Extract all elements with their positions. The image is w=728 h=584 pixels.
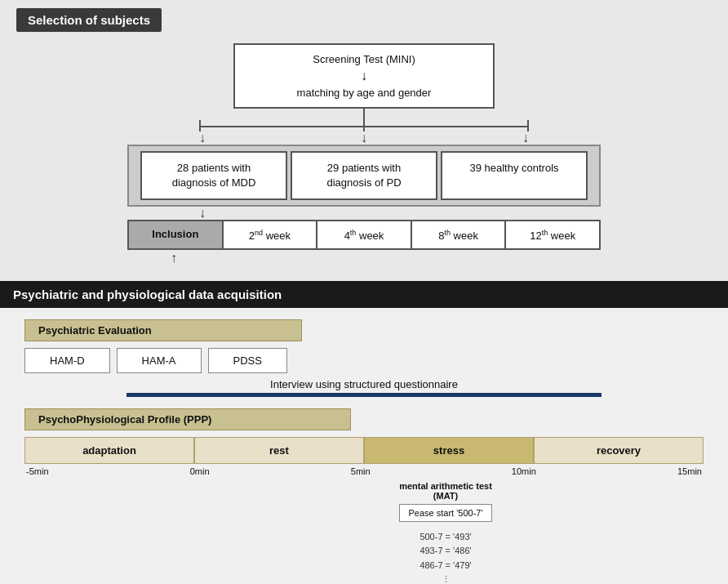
8th-week-label: 8th week	[438, 230, 478, 242]
screening-arrow: ↓	[251, 69, 477, 83]
ppp-label: PsychoPhysiological Profile (PPP)	[24, 408, 351, 430]
timeline-inclusion: Inclusion	[129, 221, 224, 247]
timeline-8th: 8th week	[412, 221, 507, 247]
center-vert	[363, 120, 365, 132]
psychiatric-label: Psychiatric Evaluation	[24, 319, 302, 341]
phase-rest: rest	[194, 437, 364, 464]
mat-area: mental arithmetic test(MAT) Pease start …	[24, 481, 704, 584]
center-vert-line	[363, 109, 365, 120]
time-labels: -5min 0min 5min 10min 15min	[24, 466, 704, 476]
up-arrow: ↑	[171, 252, 177, 265]
mat-calc3: 486-7 = '479'	[364, 559, 527, 573]
ppp-section: PsychoPhysiological Profile (PPP) adapta…	[24, 408, 704, 584]
bottom-section: Psychiatric and physiological data acqui…	[0, 281, 728, 584]
eval-pdss: PDSS	[208, 348, 287, 373]
12th-week-label: 12th week	[530, 230, 575, 242]
top-section: Selection of subjects Screening Test (MI…	[0, 0, 728, 281]
time-minus5: -5min	[26, 466, 49, 476]
patients-row: 28 patients withdiagnosis of MDD 29 pati…	[127, 145, 601, 207]
connector-wrapper	[127, 109, 601, 120]
timeline-2nd: 2nd week	[224, 221, 318, 247]
eval-boxes: HAM-D HAM-A PDSS	[24, 348, 704, 373]
bottom-content: Psychiatric Evaluation HAM-D HAM-A PDSS …	[0, 308, 728, 584]
eval-hamd: HAM-D	[24, 348, 110, 373]
timeline-row: Inclusion 2nd week 4th week 8th week 12t…	[127, 220, 601, 249]
bottom-title-bar: Psychiatric and physiological data acqui…	[0, 281, 728, 308]
psychiatric-section: Psychiatric Evaluation HAM-D HAM-A PDSS …	[24, 319, 704, 397]
arrow-left: ↓	[199, 132, 206, 145]
mdd-down-arrow: ↓	[199, 207, 206, 220]
interview-text: Interview using structured questionnaire	[24, 378, 704, 390]
phase-recovery: recovery	[534, 437, 704, 464]
timeline-4th: 4th week	[317, 221, 412, 247]
mdd-arrow-row: ↓	[127, 207, 601, 220]
patient-healthy-label: 39 healthy controls	[469, 162, 558, 174]
screening-line1: Screening Test (MINI)	[313, 53, 415, 65]
screening-box: Screening Test (MINI) ↓ matching by age …	[233, 43, 495, 109]
patient-box-mdd: 28 patients withdiagnosis of MDD	[140, 151, 287, 200]
ppp-phases: adaptation rest stress recovery	[24, 437, 704, 464]
page-title: Selection of subjects	[16, 8, 162, 32]
right-vert	[527, 120, 529, 132]
screening-line2: matching by age and gender	[297, 87, 432, 99]
mat-content: mental arithmetic test(MAT) Pease start …	[364, 481, 527, 584]
inclusion-label: Inclusion	[152, 228, 198, 240]
phase-stress: stress	[364, 437, 534, 464]
arrow-right: ↓	[522, 132, 529, 145]
patient-box-pd: 29 patients withdiagnosis of PD	[291, 151, 437, 200]
horiz-line-wrapper	[127, 120, 601, 132]
timeline-wrapper: Inclusion 2nd week 4th week 8th week 12t…	[127, 220, 601, 249]
2nd-week-label: 2nd week	[249, 230, 291, 242]
time-10: 10min	[512, 466, 536, 476]
interview-bar-row: Interview using structured questionnaire	[24, 378, 704, 397]
mat-calc2: 493-7 = '486'	[364, 544, 527, 559]
patient-box-healthy: 39 healthy controls	[441, 151, 588, 200]
mat-calcs: 500-7 = '493' 493-7 = '486' 486-7 = '479…	[364, 530, 527, 584]
time-5: 5min	[351, 466, 371, 476]
time-15: 15min	[677, 466, 702, 476]
arrows-row: ↓ ↓ ↓	[127, 132, 601, 145]
patient-mdd-label: 28 patients withdiagnosis of MDD	[172, 162, 256, 189]
left-vert	[199, 120, 201, 132]
mat-calc1: 500-7 = '493'	[364, 530, 527, 545]
arrow-center: ↓	[361, 132, 367, 145]
phase-adaptation: adaptation	[24, 437, 194, 464]
4th-week-label: 4th week	[344, 230, 384, 242]
eval-hama: HAM-A	[117, 348, 202, 373]
interview-bar	[127, 393, 601, 397]
time-0: 0min	[190, 466, 210, 476]
flow-diagram: Screening Test (MINI) ↓ matching by age …	[16, 43, 712, 265]
patient-pd-label: 29 patients withdiagnosis of PD	[326, 162, 401, 189]
timeline-12th: 12th week	[506, 221, 599, 247]
mat-dots: ⋮	[364, 573, 527, 584]
up-arrow-wrapper: ↑	[127, 252, 601, 265]
mat-title: mental arithmetic test(MAT)	[364, 481, 527, 501]
mat-prompt-box: Pease start '500-7'	[399, 504, 491, 522]
